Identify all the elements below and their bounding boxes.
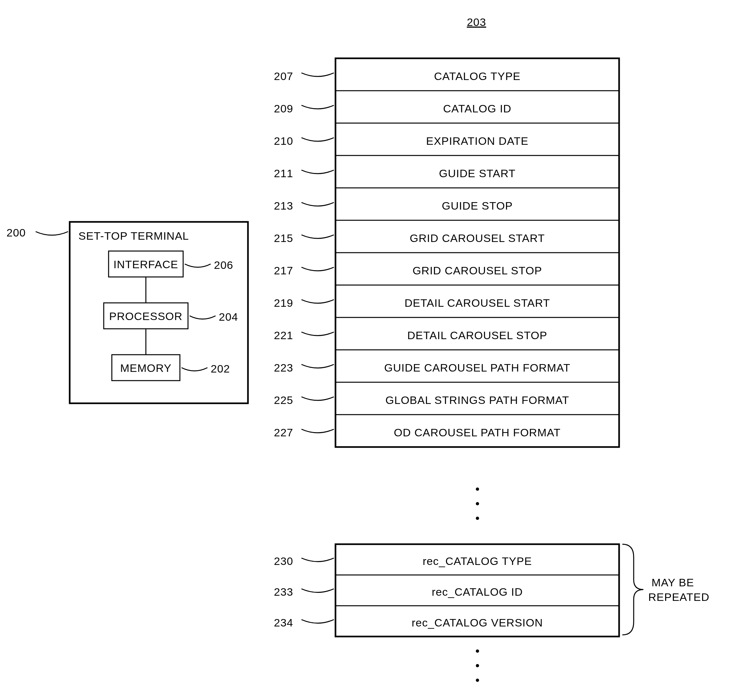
leader xyxy=(301,73,334,76)
field-label: DETAIL CAROUSEL STOP xyxy=(407,329,547,341)
leader xyxy=(301,235,334,238)
leader xyxy=(301,203,334,206)
svg-point-25 xyxy=(476,679,479,682)
field-label: CATALOG ID xyxy=(443,102,512,115)
field-ref: 209 xyxy=(274,102,293,115)
diagram: 203 SET-TOP TERMINAL 200 INTERFACE 206 P… xyxy=(0,0,740,700)
terminal-block-2: MEMORY 202 xyxy=(112,355,230,381)
field-label: rec_CATALOG TYPE xyxy=(423,555,532,567)
field-label: EXPIRATION DATE xyxy=(426,135,528,147)
field-ref: 217 xyxy=(274,264,293,276)
terminal-block-0: INTERFACE 206 xyxy=(109,251,233,277)
field-label: rec_CATALOG VERSION xyxy=(412,616,543,629)
terminal-block-1: PROCESSOR 204 xyxy=(104,303,238,329)
terminal-block-1-ref: 204 xyxy=(219,311,238,323)
svg-point-17 xyxy=(476,488,479,491)
field-ref: 223 xyxy=(274,362,293,374)
field-ref: 213 xyxy=(274,200,293,212)
field-ref: 221 xyxy=(274,329,293,341)
field-ref: 225 xyxy=(274,394,293,406)
leader xyxy=(301,105,334,109)
note-line-2: REPEATED xyxy=(648,591,709,603)
leader xyxy=(301,397,334,400)
svg-point-18 xyxy=(476,502,479,505)
note-line-1: MAY BE xyxy=(652,576,694,588)
svg-point-24 xyxy=(476,664,479,667)
leader xyxy=(301,138,334,141)
brace-icon xyxy=(622,544,643,635)
leader xyxy=(301,332,334,335)
terminal-block-1-label: PROCESSOR xyxy=(109,310,183,322)
field-ref: 234 xyxy=(274,616,293,629)
terminal-block-0-label: INTERFACE xyxy=(114,258,178,271)
field-label: DETAIL CAROUSEL START xyxy=(404,297,550,309)
field-ref: 219 xyxy=(274,297,293,309)
leader xyxy=(301,267,334,271)
terminal-block-2-ref: 202 xyxy=(211,362,230,375)
field-ref: 233 xyxy=(274,586,293,598)
field-ref: 211 xyxy=(274,167,293,179)
field-ref: 230 xyxy=(274,555,293,567)
leader xyxy=(301,558,334,562)
leader xyxy=(301,300,334,303)
field-label: GUIDE START xyxy=(439,167,515,179)
leader xyxy=(301,365,334,368)
svg-point-19 xyxy=(476,517,479,520)
field-label: CATALOG TYPE xyxy=(434,70,520,82)
field-label: GLOBAL STRINGS PATH FORMAT xyxy=(385,394,569,406)
leader xyxy=(301,620,334,623)
field-ref: 210 xyxy=(274,135,293,147)
field-label: GRID CAROUSEL STOP xyxy=(413,264,542,276)
leader xyxy=(301,170,334,174)
field-ref: 227 xyxy=(274,426,293,438)
leader-200 xyxy=(35,232,68,235)
fields-table-1: CATALOG TYPE207CATALOG ID209EXPIRATION D… xyxy=(274,58,619,447)
leader xyxy=(301,429,334,433)
title-ref: 203 xyxy=(467,16,486,28)
field-ref: 207 xyxy=(274,70,293,82)
field-label: rec_CATALOG ID xyxy=(432,586,523,598)
field-label: GUIDE STOP xyxy=(442,200,513,212)
field-ref: 215 xyxy=(274,232,293,244)
leader xyxy=(301,589,334,593)
terminal-block-0-ref: 206 xyxy=(214,259,233,271)
svg-point-23 xyxy=(476,650,479,653)
ref-200: 200 xyxy=(6,226,26,239)
field-label: GUIDE CAROUSEL PATH FORMAT xyxy=(384,362,570,374)
field-label: GRID CAROUSEL START xyxy=(410,232,545,244)
terminal-label: SET-TOP TERMINAL xyxy=(78,229,189,242)
terminal-block-2-label: MEMORY xyxy=(120,362,171,374)
fields-table-2: rec_CATALOG TYPE230rec_CATALOG ID233rec_… xyxy=(274,544,619,637)
field-label: OD CAROUSEL PATH FORMAT xyxy=(394,426,561,438)
